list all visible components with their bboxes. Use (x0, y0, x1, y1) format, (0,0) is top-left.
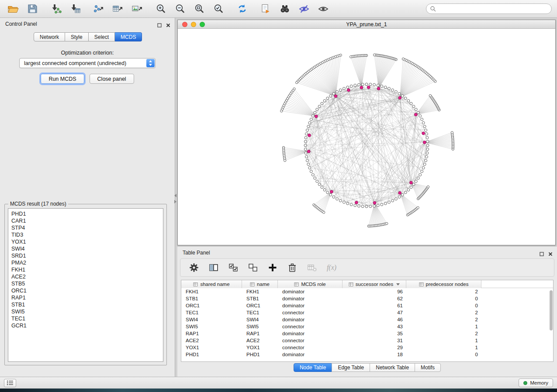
table-row[interactable]: SWI5SWI5connector431 (181, 323, 553, 330)
panel-menu-button[interactable] (4, 379, 16, 387)
trash-icon (287, 262, 298, 273)
network-window-titlebar[interactable]: YPA_prune.txt_1 (178, 20, 555, 29)
mcds-result-item[interactable]: SWI5 (11, 308, 163, 315)
hide-details-button[interactable] (296, 2, 312, 15)
table-scrollbar-thumb[interactable] (550, 290, 553, 330)
cell-shared-name: PHD1 (181, 352, 242, 357)
import-network-button[interactable] (48, 2, 64, 15)
export-table-icon (112, 3, 124, 14)
export-network-button[interactable] (91, 2, 107, 15)
column-header-predecessor-nodes[interactable]: predecessor nodes (406, 280, 481, 288)
expand-right-icon[interactable] (174, 200, 176, 203)
column-header-successor-nodes[interactable]: successor nodes (343, 280, 406, 288)
node-table-header-row: shared namenameMCDS rolesuccessor nodesp… (181, 280, 553, 288)
mcds-result-item[interactable]: GCR1 (11, 322, 163, 329)
document-share-icon (260, 3, 271, 14)
cell-mcds-role: connector (278, 345, 343, 350)
tab-motifs[interactable]: Motifs (415, 363, 441, 372)
cell-mcds-role: dominator (278, 296, 343, 301)
open-session-button[interactable] (5, 2, 21, 15)
splitter-collapse-handle[interactable] (173, 194, 177, 205)
import-group (48, 2, 83, 15)
find-button[interactable] (277, 2, 293, 15)
export-image-button[interactable] (129, 2, 145, 15)
table-row[interactable]: RAP1RAP1dominator352 (181, 330, 553, 337)
mcds-result-item[interactable]: RAP1 (11, 294, 163, 301)
cell-predecessor-nodes: 1 (406, 345, 481, 350)
collapse-left-icon[interactable] (174, 194, 176, 197)
zoom-in-button[interactable] (153, 2, 169, 15)
mcds-result-item[interactable]: YOX1 (11, 238, 163, 245)
zoom-out-button[interactable] (172, 2, 188, 15)
table-row[interactable]: YOX1YOX1connector291 (181, 344, 553, 351)
cell-shared-name: FKH1 (181, 289, 242, 294)
table-row[interactable]: SWI4SWI4dominator462 (181, 316, 553, 323)
column-header-name[interactable]: name (242, 280, 278, 288)
clone-network-button[interactable] (258, 2, 273, 15)
close-table-panel-icon[interactable] (548, 250, 553, 258)
tab-network-table[interactable]: Network Table (370, 363, 415, 372)
network-canvas-svg[interactable] (178, 29, 555, 245)
import-table-button[interactable] (67, 2, 83, 15)
column-header-shared-name[interactable]: shared name (181, 280, 242, 288)
table-row[interactable]: TEC1TEC1connector472 (181, 309, 553, 316)
tab-edge-table[interactable]: Edge Table (332, 363, 370, 372)
mcds-result-item[interactable]: ORC1 (11, 287, 163, 294)
mcds-result-item[interactable]: TID3 (11, 231, 163, 238)
close-panel-icon[interactable] (166, 21, 170, 29)
mcds-result-item[interactable]: STP4 (11, 224, 163, 231)
show-details-button[interactable] (315, 2, 331, 15)
float-panel-icon[interactable] (157, 21, 162, 29)
toolbar-search-field[interactable] (426, 3, 552, 14)
table-row[interactable]: ORC1ORC1dominator610 (181, 302, 553, 309)
close-panel-button[interactable]: Close panel (90, 74, 134, 84)
cell-shared-name: ORC1 (181, 303, 242, 308)
save-session-button[interactable] (24, 2, 40, 15)
float-table-panel-icon[interactable] (540, 250, 544, 258)
apply-function-button[interactable]: f(x) (326, 262, 337, 273)
tab-node-table[interactable]: Node Table (294, 363, 332, 372)
deselect-all-button[interactable] (247, 262, 259, 273)
table-row[interactable]: FKH1FKH1dominator962 (181, 288, 553, 295)
cell-mcds-role: dominator (278, 289, 343, 294)
export-table-button[interactable] (110, 2, 126, 15)
settings-gear-button[interactable] (188, 262, 200, 273)
select-all-button[interactable] (228, 262, 239, 273)
mcds-result-item[interactable]: STB1 (11, 301, 163, 308)
cell-shared-name: SWI4 (181, 317, 242, 322)
tab-select[interactable]: Select (89, 32, 115, 41)
table-row[interactable]: PHD1PHD1dominator180 (181, 351, 553, 358)
mcds-result-list[interactable]: PHD1CAR1STP4TID3YOX1SWI4SRD1PMA2FKH1ACE2… (8, 208, 163, 362)
mcds-result-item[interactable]: SWI4 (11, 245, 163, 252)
mcds-result-item[interactable]: SRD1 (11, 252, 163, 259)
mcds-result-item[interactable]: TEC1 (11, 315, 163, 322)
table-row[interactable]: STB1STB1dominator620 (181, 295, 553, 302)
column-header-mcds-role[interactable]: MCDS role (278, 280, 343, 288)
mcds-result-item[interactable]: FKH1 (11, 266, 163, 273)
memory-button[interactable]: Memory (519, 378, 553, 387)
cell-mcds-role: dominator (278, 317, 343, 322)
cell-successor-nodes: 43 (343, 324, 406, 329)
zoom-selected-button[interactable] (211, 2, 226, 15)
tab-mcds[interactable]: MCDS (115, 32, 142, 41)
mcds-result-item[interactable]: PMA2 (11, 259, 163, 266)
zoom-fit-button[interactable] (191, 2, 207, 15)
mcds-result-item[interactable]: STB5 (11, 280, 163, 287)
mcds-result-item[interactable]: ACE2 (11, 273, 163, 280)
tab-network[interactable]: Network (34, 32, 65, 41)
mcds-result-item[interactable]: PHD1 (11, 210, 163, 217)
cell-successor-nodes: 31 (343, 338, 406, 343)
add-row-button[interactable] (267, 262, 278, 273)
refresh-view-button[interactable] (234, 2, 250, 15)
tab-style[interactable]: Style (65, 32, 89, 41)
criterion-dropdown[interactable]: largest connected component (undirected) (19, 58, 156, 68)
cell-shared-name: YOX1 (181, 345, 242, 350)
show-columns-button[interactable] (208, 262, 219, 273)
delete-table-button[interactable] (306, 262, 318, 273)
search-input[interactable] (439, 6, 548, 12)
run-mcds-button[interactable]: Run MCDS (41, 74, 84, 84)
table-row[interactable]: ACE2ACE2connector311 (181, 337, 553, 344)
mcds-result-item[interactable]: CAR1 (11, 217, 163, 224)
delete-row-button[interactable] (287, 262, 298, 273)
cell-predecessor-nodes: 2 (406, 331, 481, 336)
